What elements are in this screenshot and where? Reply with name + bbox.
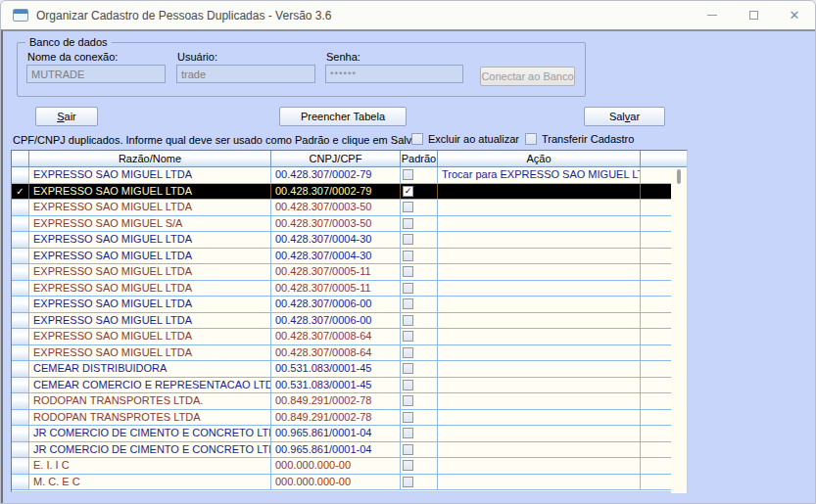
razao-nome-cell[interactable]: EXPRESSO SAO MIGUEL LTDA (29, 264, 271, 280)
acao-cell[interactable] (438, 297, 641, 312)
razao-nome-cell[interactable]: EXPRESSO SAO MIGUEL LTDA (29, 167, 271, 183)
column-header-razao-nome[interactable]: Razão/Nome (29, 151, 271, 166)
cnpj-cpf-cell[interactable]: 00.428.307/0003-50 (271, 216, 401, 232)
table-row[interactable]: EXPRESSO SAO MIGUEL LTDA00.428.307/0006-… (12, 313, 673, 330)
minimize-button[interactable] (692, 1, 733, 29)
acao-cell[interactable]: Trocar para EXPRESSO SAO MIGUEL LTDA (438, 167, 641, 183)
razao-nome-cell[interactable]: JR COMERCIO DE CIMENTO E CONCRETO LTDA (29, 426, 271, 441)
padrao-checkbox[interactable] (403, 218, 413, 229)
save-button[interactable]: Salvar (584, 107, 665, 126)
table-row[interactable]: EXPRESSO SAO MIGUEL LTDA00.428.307/0006-… (12, 297, 673, 313)
razao-nome-cell[interactable]: EXPRESSO SAO MIGUEL LTDA (29, 200, 271, 215)
maximize-button[interactable] (733, 1, 774, 29)
razao-nome-cell[interactable]: EXPRESSO SAO MIGUEL LTDA (29, 297, 271, 312)
cnpj-cpf-cell[interactable]: 00.849.291/0002-78 (271, 393, 401, 409)
padrao-checkbox[interactable] (403, 412, 413, 423)
table-row[interactable]: EXPRESSO SAO MIGUEL LTDA00.428.307/0004-… (12, 249, 673, 265)
razao-nome-cell[interactable]: M. C. E C (29, 475, 271, 490)
razao-nome-cell[interactable]: CEMEAR DISTRIBUIDORA (29, 361, 271, 377)
cnpj-cpf-cell[interactable]: 00.531.083/0001-45 (271, 361, 401, 377)
table-row[interactable]: CEMEAR COMERCIO E REPRESENTACAO LTDA00.5… (12, 378, 673, 394)
acao-cell[interactable] (438, 200, 641, 215)
padrao-checkbox[interactable] (403, 347, 413, 358)
table-row[interactable]: E. I. I C000.000.000-00 (12, 458, 673, 475)
table-row[interactable]: RODOPAN TRANSPORTES LTDA.00.849.291/0002… (12, 393, 673, 410)
acao-cell[interactable] (438, 442, 641, 458)
acao-cell[interactable] (438, 458, 641, 474)
cnpj-cpf-cell[interactable]: 00.428.307/0004-30 (271, 249, 401, 264)
cnpj-cpf-cell[interactable]: 00.531.083/0001-45 (271, 378, 401, 393)
cnpj-cpf-cell[interactable]: 00.428.307/0008-64 (271, 345, 401, 361)
cnpj-cpf-cell[interactable]: 00.849.291/0002-78 (271, 410, 401, 426)
table-row[interactable]: EXPRESSO SAO MIGUEL LTDA00.428.307/0004-… (12, 232, 673, 249)
razao-nome-cell[interactable]: RODOPAN TRANSPORTES LTDA. (29, 393, 271, 409)
vertical-scrollbar[interactable] (671, 167, 687, 493)
cnpj-cpf-cell[interactable]: 000.000.000-00 (271, 475, 401, 490)
razao-nome-cell[interactable]: EXPRESSO SAO MIGUEL S/A (29, 216, 271, 232)
table-row[interactable]: EXPRESSO SAO MIGUEL LTDA00.428.307/0008-… (12, 329, 673, 345)
razao-nome-cell[interactable]: EXPRESSO SAO MIGUEL LTDA (29, 281, 271, 297)
connect-database-button[interactable]: Conectar ao Banco (480, 67, 575, 86)
razao-nome-cell[interactable]: EXPRESSO SAO MIGUEL LTDA (29, 313, 271, 329)
acao-cell[interactable] (438, 184, 641, 200)
razao-nome-cell[interactable]: EXPRESSO SAO MIGUEL LTDA (29, 184, 271, 200)
cnpj-cpf-cell[interactable]: 00.428.307/0006-00 (271, 297, 401, 312)
cnpj-cpf-cell[interactable]: 00.965.861/0001-04 (271, 442, 401, 458)
padrao-checkbox[interactable] (403, 331, 413, 342)
acao-cell[interactable] (438, 393, 641, 409)
padrao-checkbox[interactable] (403, 428, 413, 438)
padrao-checkbox[interactable] (403, 298, 413, 309)
cnpj-cpf-cell[interactable]: 00.428.307/0004-30 (271, 232, 401, 248)
table-row[interactable]: RODOPAN TRANSPROTES LTDA00.849.291/0002-… (12, 410, 673, 427)
password-input[interactable] (325, 65, 463, 83)
acao-cell[interactable] (438, 249, 641, 264)
acao-cell[interactable] (438, 329, 641, 344)
exit-button[interactable]: Sair (35, 107, 98, 126)
table-row[interactable]: ✓EXPRESSO SAO MIGUEL LTDA00.428.307/0002… (12, 184, 673, 201)
razao-nome-cell[interactable]: EXPRESSO SAO MIGUEL LTDA (29, 249, 271, 264)
table-row[interactable]: EXPRESSO SAO MIGUEL LTDA00.428.307/0002-… (12, 167, 673, 184)
acao-cell[interactable] (438, 313, 641, 329)
table-row[interactable]: EXPRESSO SAO MIGUEL LTDA00.428.307/0008-… (12, 345, 673, 362)
padrao-checkbox[interactable] (403, 444, 413, 455)
cnpj-cpf-cell[interactable]: 00.428.307/0002-79 (271, 184, 401, 200)
padrao-checkbox[interactable] (403, 460, 413, 471)
close-button[interactable]: ✕ (774, 1, 815, 29)
razao-nome-cell[interactable]: EXPRESSO SAO MIGUEL LTDA (29, 345, 271, 361)
table-row[interactable]: EXPRESSO SAO MIGUEL LTDA00.428.307/0005-… (12, 264, 673, 281)
razao-nome-cell[interactable]: E. I. I C (29, 458, 271, 474)
acao-cell[interactable] (438, 264, 641, 280)
acao-cell[interactable] (438, 410, 641, 426)
cnpj-cpf-cell[interactable]: 00.428.307/0005-11 (271, 264, 401, 280)
razao-nome-cell[interactable]: RODOPAN TRANSPROTES LTDA (29, 410, 271, 426)
delete-on-update-checkbox[interactable]: Excluir ao atualizar (411, 133, 519, 145)
acao-cell[interactable] (438, 232, 641, 248)
acao-cell[interactable] (438, 426, 641, 441)
razao-nome-cell[interactable]: EXPRESSO SAO MIGUEL LTDA (29, 329, 271, 344)
column-header-padrao[interactable]: Padrão (401, 151, 438, 166)
acao-cell[interactable] (438, 361, 641, 377)
acao-cell[interactable] (438, 475, 641, 490)
padrao-checkbox[interactable] (403, 395, 413, 406)
padrao-checkbox[interactable] (403, 283, 413, 294)
column-header-cnpj-cpf[interactable]: CNPJ/CPF (271, 151, 401, 166)
padrao-checkbox[interactable] (403, 202, 413, 212)
padrao-checkbox[interactable] (403, 251, 413, 261)
padrao-checkbox[interactable] (403, 266, 413, 277)
fill-table-button[interactable]: Preencher Tabela (279, 107, 407, 126)
cnpj-cpf-cell[interactable]: 00.428.307/0008-64 (271, 329, 401, 344)
padrao-checkbox[interactable]: ✓ (403, 186, 413, 197)
connection-name-input[interactable] (26, 65, 166, 83)
cnpj-cpf-cell[interactable]: 00.428.307/0005-11 (271, 281, 401, 297)
padrao-checkbox[interactable] (403, 477, 413, 487)
acao-cell[interactable] (438, 378, 641, 393)
user-input[interactable] (176, 65, 315, 83)
table-row[interactable]: EXPRESSO SAO MIGUEL LTDA00.428.307/0005-… (12, 281, 673, 298)
cnpj-cpf-cell[interactable]: 00.428.307/0002-79 (271, 167, 401, 183)
padrao-checkbox[interactable] (403, 234, 413, 245)
cnpj-cpf-cell[interactable]: 00.428.307/0006-00 (271, 313, 401, 329)
razao-nome-cell[interactable]: CEMEAR COMERCIO E REPRESENTACAO LTDA (29, 378, 271, 393)
padrao-checkbox[interactable] (403, 169, 413, 180)
scrollbar-thumb[interactable] (677, 169, 681, 184)
padrao-checkbox[interactable] (403, 363, 413, 374)
